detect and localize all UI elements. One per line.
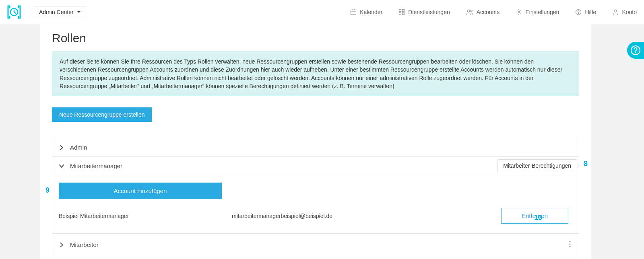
svg-rect-5 bbox=[399, 9, 401, 11]
group-mitarbeiter-label: Mitarbeiter bbox=[70, 241, 99, 248]
group-mitarbeitermanager-label: Mitarbeitermanager bbox=[70, 162, 122, 169]
floating-help-button[interactable] bbox=[627, 42, 644, 59]
svg-point-15 bbox=[569, 241, 570, 243]
employee-permissions-label: Mitarbeiter-Berechtigungen bbox=[503, 162, 571, 169]
svg-point-16 bbox=[569, 244, 570, 245]
chevron-right-icon bbox=[59, 242, 64, 248]
top-nav: Kalender Dienstleistungen Accounts Einst… bbox=[350, 9, 637, 15]
nav-einstellungen[interactable]: Einstellungen bbox=[516, 9, 559, 15]
account-row: Beispiel Mitarbeitermanager mitarbeiterm… bbox=[59, 208, 572, 224]
add-account-button[interactable]: Account hinzufügen bbox=[59, 183, 222, 199]
tooltip-arrow-icon-inner bbox=[577, 163, 579, 168]
svg-rect-1 bbox=[351, 10, 356, 14]
group-row-mitarbeiter[interactable]: Mitarbeiter bbox=[52, 233, 579, 256]
nav-dienstleistungen-label: Dienstleistungen bbox=[408, 9, 450, 15]
svg-point-19 bbox=[635, 52, 636, 53]
app-logo bbox=[7, 5, 21, 19]
nav-accounts-label: Accounts bbox=[477, 9, 500, 15]
svg-rect-8 bbox=[402, 12, 405, 14]
content-panel: Rollen Auf dieser Seite können Sie Ihre … bbox=[40, 24, 591, 259]
chevron-down-icon bbox=[59, 163, 64, 169]
info-box: Auf dieser Seite können Sie Ihre Ressour… bbox=[52, 51, 579, 96]
account-email: mitarbeitermanagerbeispiel@beispiel.de bbox=[232, 213, 501, 219]
group-list: Admin Mitarbeitermanager Mitarbeiter-Ber… bbox=[52, 138, 579, 256]
nav-accounts[interactable]: Accounts bbox=[466, 9, 500, 15]
help-circle-icon bbox=[630, 45, 641, 56]
nav-hilfe-label: Hilfe bbox=[585, 9, 596, 15]
callout-10: 10 bbox=[534, 214, 542, 222]
account-name: Beispiel Mitarbeitermanager bbox=[59, 213, 232, 219]
employee-permissions-tooltip[interactable]: Mitarbeiter-Berechtigungen bbox=[497, 159, 577, 172]
callout-8: 8 bbox=[584, 160, 588, 168]
svg-point-11 bbox=[518, 11, 520, 12]
page-title: Rollen bbox=[52, 31, 579, 45]
nav-kalender-label: Kalender bbox=[360, 9, 382, 15]
group-mitarbeitermanager-body: Account hinzufügen Beispiel Mitarbeiterm… bbox=[52, 175, 579, 234]
grid-icon bbox=[398, 9, 405, 15]
nav-einstellungen-label: Einstellungen bbox=[525, 9, 559, 15]
nav-konto[interactable]: Konto bbox=[612, 9, 637, 15]
chevron-right-icon bbox=[59, 145, 64, 150]
group-row-mitarbeitermanager[interactable]: Mitarbeitermanager Mitarbeiter-Berechtig… bbox=[52, 156, 579, 175]
info-text: Auf dieser Seite können Sie Ihre Ressour… bbox=[60, 58, 562, 89]
caret-down-icon bbox=[77, 11, 81, 13]
callout-9: 9 bbox=[45, 186, 50, 195]
svg-rect-6 bbox=[402, 9, 405, 11]
svg-point-17 bbox=[569, 246, 570, 247]
admin-center-dropdown[interactable]: Admin Center bbox=[34, 6, 86, 18]
topbar: Admin Center Kalender Dienstleistungen A… bbox=[0, 0, 644, 24]
user-icon bbox=[612, 9, 619, 15]
nav-kalender[interactable]: Kalender bbox=[350, 9, 382, 15]
svg-point-10 bbox=[471, 10, 472, 11]
nav-dienstleistungen[interactable]: Dienstleistungen bbox=[398, 9, 450, 15]
help-icon bbox=[575, 9, 582, 15]
gear-icon bbox=[516, 9, 522, 15]
svg-point-18 bbox=[631, 46, 640, 55]
svg-rect-7 bbox=[399, 12, 401, 14]
group-row-admin[interactable]: Admin bbox=[52, 138, 579, 157]
kebab-icon bbox=[569, 241, 571, 247]
nav-hilfe[interactable]: Hilfe bbox=[575, 9, 596, 15]
calendar-icon bbox=[350, 9, 357, 15]
more-menu-button[interactable] bbox=[568, 239, 572, 250]
nav-konto-label: Konto bbox=[622, 9, 637, 15]
group-admin-label: Admin bbox=[70, 144, 87, 151]
new-resource-group-button[interactable]: Neue Ressourcengruppe erstellen bbox=[52, 107, 152, 122]
users-icon bbox=[466, 9, 473, 15]
svg-point-9 bbox=[467, 10, 470, 12]
admin-center-label: Admin Center bbox=[39, 9, 74, 15]
svg-point-14 bbox=[614, 10, 617, 12]
svg-point-13 bbox=[578, 13, 579, 14]
